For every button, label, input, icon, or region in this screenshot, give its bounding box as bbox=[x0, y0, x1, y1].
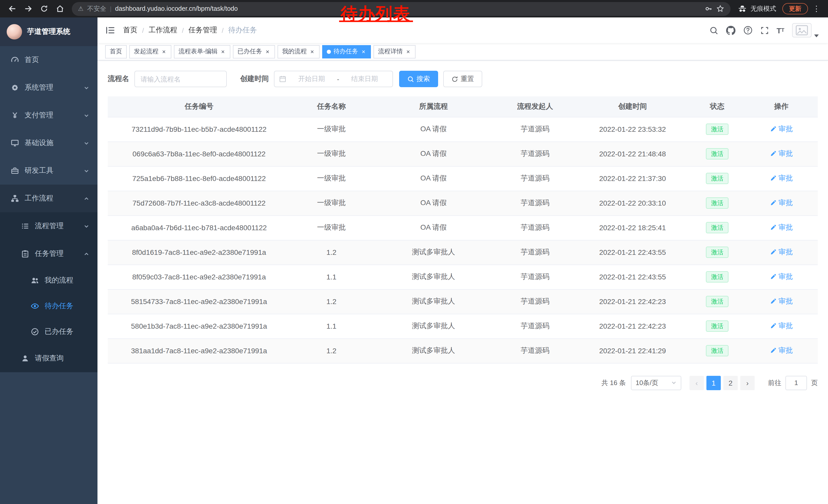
approve-link[interactable]: 审批 bbox=[770, 346, 793, 355]
address-bar[interactable]: ⚠ 不安全 | dashboard.yudao.iocoder.cn/bpm/t… bbox=[72, 2, 731, 16]
breadcrumb: 首页 / 工作流程 / 任务管理 / 待办任务 bbox=[123, 26, 257, 35]
user-avatar[interactable] bbox=[792, 23, 819, 37]
breadcrumb-home[interactable]: 首页 bbox=[123, 26, 137, 35]
tab-home[interactable]: 首页 bbox=[105, 45, 127, 58]
close-icon[interactable]: × bbox=[265, 48, 271, 55]
status-badge: 激活 bbox=[706, 271, 729, 282]
sidebar-item-todo-tasks[interactable]: 待办任务 bbox=[0, 293, 97, 319]
cell-task-name: 1.1 bbox=[290, 265, 372, 289]
cell-status: 激活 bbox=[690, 166, 745, 191]
page-button-1[interactable]: 1 bbox=[706, 375, 721, 390]
tab-label: 已办任务 bbox=[238, 47, 262, 56]
column-status: 状态 bbox=[690, 96, 745, 117]
tab-my-processes[interactable]: 我的流程 × bbox=[278, 45, 320, 58]
approve-link[interactable]: 审批 bbox=[770, 198, 793, 208]
prev-page-button[interactable]: ‹ bbox=[690, 375, 704, 390]
status-badge: 激活 bbox=[706, 345, 729, 356]
browser-forward-icon[interactable] bbox=[21, 2, 35, 16]
chevron-down-icon bbox=[84, 168, 89, 174]
cell-task-id: 75d72608-7b7f-11ec-a3c8-acde48001122 bbox=[108, 191, 290, 215]
tab-start-process[interactable]: 发起流程 × bbox=[129, 45, 171, 58]
breadcrumb-workflow[interactable]: 工作流程 bbox=[149, 26, 177, 35]
cell-status: 激活 bbox=[690, 289, 745, 314]
approve-link[interactable]: 审批 bbox=[770, 321, 793, 331]
cell-status: 激活 bbox=[690, 215, 745, 240]
cell-initiator: 芋道源码 bbox=[495, 289, 576, 314]
cell-created-at: 2022-01-22 21:37:30 bbox=[576, 166, 690, 191]
cell-task-name: 一级审批 bbox=[290, 166, 372, 191]
browser-reload-icon[interactable] bbox=[37, 2, 51, 16]
sidebar-item-done-tasks[interactable]: 已办任务 bbox=[0, 319, 97, 345]
font-size-icon[interactable]: TT bbox=[777, 27, 784, 34]
page-size-select[interactable]: 10条/页 bbox=[631, 375, 681, 390]
address-divider: | bbox=[110, 5, 112, 12]
sidebar-item-task-management[interactable]: 任务管理 bbox=[0, 240, 97, 268]
bookmark-star-icon[interactable] bbox=[716, 5, 724, 13]
browser-back-icon[interactable] bbox=[5, 2, 19, 16]
cell-process: 测试多审批人 bbox=[372, 289, 495, 314]
app-logo[interactable]: 芋道管理系统 bbox=[0, 17, 97, 46]
search-icon[interactable] bbox=[709, 26, 718, 35]
help-icon[interactable] bbox=[743, 26, 752, 35]
sidebar-item-workflow[interactable]: 工作流程 bbox=[0, 185, 97, 212]
close-icon[interactable]: × bbox=[309, 48, 315, 55]
edit-icon bbox=[770, 126, 777, 133]
approve-link[interactable]: 审批 bbox=[770, 223, 793, 232]
sidebar-item-dev-tools[interactable]: 研发工具 bbox=[0, 157, 97, 185]
browser-home-icon[interactable] bbox=[53, 2, 67, 16]
close-icon[interactable]: × bbox=[361, 48, 366, 55]
search-button-label: 搜索 bbox=[417, 74, 430, 84]
sidebar-item-label: 系统管理 bbox=[25, 83, 53, 92]
breadcrumb-separator: / bbox=[222, 27, 224, 34]
fullscreen-icon[interactable] bbox=[760, 26, 769, 35]
tab-process-form-edit[interactable]: 流程表单-编辑 × bbox=[174, 45, 230, 58]
close-icon[interactable]: × bbox=[220, 48, 226, 55]
approve-link[interactable]: 审批 bbox=[770, 174, 793, 183]
approve-link-label: 审批 bbox=[779, 346, 793, 355]
close-icon[interactable]: × bbox=[161, 48, 167, 55]
browser-menu-icon[interactable]: ⋮ bbox=[810, 4, 823, 13]
cell-task-id: a6aba0a4-7b6d-11ec-b781-acde48001122 bbox=[108, 215, 290, 240]
approve-link[interactable]: 审批 bbox=[770, 125, 793, 134]
approve-link[interactable]: 审批 bbox=[770, 272, 793, 281]
tab-todo-tasks[interactable]: 待办任务 × bbox=[322, 45, 371, 58]
approve-link[interactable]: 审批 bbox=[770, 149, 793, 158]
tab-process-detail[interactable]: 流程详情 × bbox=[373, 45, 416, 58]
sidebar-item-leave-query[interactable]: 请假查询 bbox=[0, 345, 97, 372]
tab-done-tasks[interactable]: 已办任务 × bbox=[233, 45, 275, 58]
update-button[interactable]: 更新 bbox=[782, 3, 808, 14]
breadcrumb-separator: / bbox=[182, 27, 184, 34]
sidebar-item-process-management[interactable]: 流程管理 bbox=[0, 212, 97, 240]
page-button-2[interactable]: 2 bbox=[723, 375, 738, 390]
cell-action: 审批 bbox=[745, 117, 818, 141]
date-range-picker[interactable]: 开始日期 - 结束日期 bbox=[274, 71, 393, 87]
approve-link-label: 审批 bbox=[779, 223, 793, 232]
sidebar-item-home[interactable]: 首页 bbox=[0, 46, 97, 74]
search-button[interactable]: 搜索 bbox=[399, 71, 438, 87]
key-icon[interactable] bbox=[704, 5, 713, 13]
sidebar-item-payment-management[interactable]: 支付管理 bbox=[0, 101, 97, 129]
sidebar-item-infrastructure[interactable]: 基础设施 bbox=[0, 129, 97, 157]
close-icon[interactable]: × bbox=[405, 48, 411, 55]
toolbox-icon bbox=[10, 167, 19, 175]
approve-link[interactable]: 审批 bbox=[770, 248, 793, 257]
github-icon[interactable] bbox=[726, 26, 735, 35]
approve-link[interactable]: 审批 bbox=[770, 297, 793, 306]
cell-task-id: 73211d9d-7b9b-11ec-b5b7-acde48001122 bbox=[108, 117, 290, 141]
breadcrumb-task-management[interactable]: 任务管理 bbox=[189, 26, 217, 35]
table-row: 75d72608-7b7f-11ec-a3c8-acde48001122 一级审… bbox=[108, 191, 818, 215]
cell-initiator: 芋道源码 bbox=[495, 117, 576, 141]
cell-initiator: 芋道源码 bbox=[495, 314, 576, 338]
goto-page-input[interactable] bbox=[785, 375, 807, 390]
process-name-input[interactable] bbox=[134, 71, 227, 87]
sidebar-item-my-processes[interactable]: 我的流程 bbox=[0, 268, 97, 293]
sidebar-item-system-management[interactable]: 系统管理 bbox=[0, 74, 97, 101]
cell-initiator: 芋道源码 bbox=[495, 191, 576, 215]
cell-task-name: 1.2 bbox=[290, 240, 372, 265]
reset-button[interactable]: 重置 bbox=[443, 71, 482, 87]
next-page-button[interactable]: › bbox=[740, 375, 755, 390]
cell-action: 审批 bbox=[745, 338, 818, 363]
sidebar-collapse-icon[interactable] bbox=[106, 26, 115, 34]
cell-process: OA 请假 bbox=[372, 166, 495, 191]
process-name-label: 流程名 bbox=[108, 74, 129, 84]
